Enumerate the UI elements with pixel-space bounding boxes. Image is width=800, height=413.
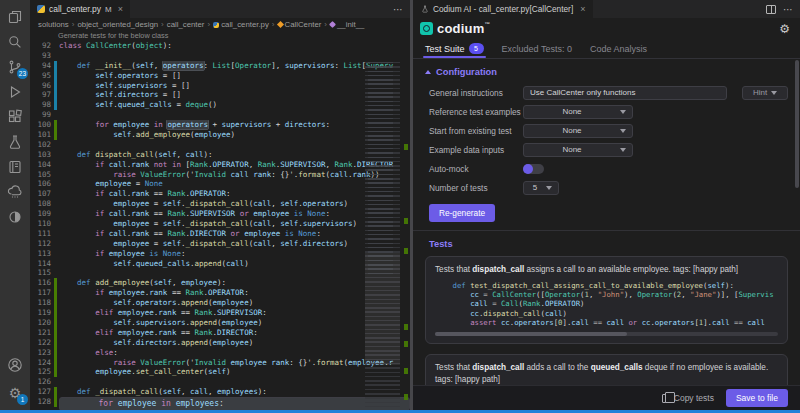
breadcrumb-item[interactable]: call_center.py — [213, 20, 269, 29]
code-line-123: 123 else: — [30, 348, 410, 358]
testing-icon — [7, 134, 23, 150]
gutter — [54, 249, 57, 259]
horizontal-scrollbar[interactable] — [435, 332, 778, 336]
code-line-124: 124 raise ValueError('Invalid employee r… — [30, 358, 410, 368]
code-text[interactable]: for employee in operators + supervisors … — [59, 120, 410, 130]
test-card[interactable]: Tests that dispatch_call adds a call to … — [425, 354, 788, 385]
code-text[interactable]: elif employee.rank == Rank.DIRECTOR: — [59, 328, 410, 338]
activity-bar-item-source-control[interactable]: 23 — [0, 54, 30, 80]
save-to-file-button[interactable]: Save to file — [726, 389, 788, 407]
split-editor-icon[interactable] — [766, 5, 776, 14]
code-text[interactable]: if call.rank == Rank.OPERATOR: — [59, 189, 410, 199]
breadcrumb-item[interactable]: solutions — [38, 20, 69, 29]
code-text[interactable]: if employee.rank == Rank.OPERATOR: — [59, 288, 410, 298]
activity-bar-item-testing[interactable] — [0, 129, 30, 155]
general-instructions-input[interactable] — [523, 86, 727, 100]
activity-bar-item-codium-ai[interactable] — [0, 204, 30, 230]
activity-bar-item-account[interactable] — [0, 352, 30, 378]
regenerate-button[interactable]: Re-generate — [429, 204, 495, 222]
code-text[interactable]: self.directors = [] — [59, 90, 410, 100]
overview-ruler[interactable] — [400, 62, 410, 408]
line-number: 95 — [30, 71, 51, 81]
code-text[interactable]: if employee is None: — [59, 249, 410, 259]
breadcrumb-item[interactable]: call_center — [167, 20, 205, 29]
code-text[interactable]: class CallCenter(object): — [59, 41, 410, 51]
close-icon[interactable]: × — [118, 4, 123, 14]
line-number: 92 — [30, 41, 51, 51]
code-text[interactable]: if call.rank == Rank.SUPERVISOR or emplo… — [59, 209, 410, 219]
panel-tab-test-suite[interactable]: Test Suite5 — [425, 39, 484, 58]
activity-bar-item-remote[interactable] — [0, 179, 30, 205]
activity-bar-item-explorer[interactable] — [0, 4, 30, 30]
copy-tests-button[interactable]: Copy tests — [662, 393, 714, 403]
code-text[interactable]: if call.rank not in [Rank.OPERATOR, Rank… — [59, 160, 410, 170]
code-text[interactable]: elif employee.rank == Rank.SUPERVISOR: — [59, 308, 410, 318]
activity-bar-item-settings[interactable]: ⚙1 — [0, 380, 30, 406]
code-text[interactable]: raise ValueError('Invalid call rank: {}'… — [59, 170, 410, 180]
tab-codium-ai[interactable]: Codium AI - call_center.py[CallCenter] × — [413, 0, 593, 18]
panel-scrollbar[interactable] — [795, 60, 799, 188]
tab-call-center-py[interactable]: call_center.py M × — [30, 0, 131, 18]
panel-tab-code-analysis[interactable]: Code Analysis — [590, 39, 647, 58]
panel-tab-excluded-tests-0[interactable]: Excluded Tests: 0 — [502, 39, 572, 58]
remote-icon — [7, 184, 23, 200]
activity-bar-item-extensions[interactable] — [0, 104, 30, 130]
panel-tab-bar: Codium AI - call_center.py[CallCenter] ×… — [413, 0, 800, 18]
code-text[interactable]: raise ValueError('Invalid employee rank:… — [59, 358, 410, 368]
config-select[interactable]: 5 — [523, 181, 559, 195]
code-text[interactable] — [59, 140, 410, 150]
code-text[interactable]: employee = None — [59, 179, 410, 189]
configuration-header[interactable]: Configuration — [425, 67, 790, 77]
gear-icon[interactable]: ⚙ — [779, 22, 790, 36]
config-select[interactable]: None — [523, 105, 633, 119]
code-line-128: 128 for employee in employees: — [30, 397, 410, 407]
code-text[interactable]: self.queued_calls = deque() — [59, 100, 410, 110]
chevron-down-icon — [620, 129, 626, 133]
code-text[interactable]: self.operators.append(employee) — [59, 298, 410, 308]
code-text[interactable]: employee = self._dispatch_call(call, sel… — [59, 199, 410, 209]
code-text[interactable] — [59, 51, 410, 61]
test-card[interactable]: Tests that dispatch_call assigns a call … — [425, 256, 788, 344]
line-number: 126 — [30, 377, 51, 387]
editor-more-actions-icon[interactable]: ⋯ — [393, 0, 404, 18]
activity-bar-item-run-debug[interactable] — [0, 79, 30, 105]
code-text[interactable] — [59, 268, 410, 278]
code-text[interactable]: else: — [59, 348, 410, 358]
code-text[interactable]: def dispatch_call(self, call): — [59, 150, 410, 160]
codelens-generate-tests[interactable]: Generate tests for the below class — [30, 31, 410, 41]
code-text[interactable]: self.queued_calls.append(call) — [59, 259, 410, 269]
code-text[interactable] — [59, 110, 410, 120]
code-text[interactable]: if call.rank == Rank.DIRECTOR or employe… — [59, 229, 410, 239]
minimap-slider[interactable] — [365, 253, 400, 365]
activity-bar-item-search[interactable] — [0, 29, 30, 55]
scrollbar-slider[interactable] — [435, 332, 627, 336]
editor-panel-sash[interactable] — [410, 0, 413, 410]
close-icon[interactable]: × — [580, 4, 585, 14]
auto-mock-toggle[interactable] — [523, 164, 544, 174]
code-text[interactable]: self.supervisors.append(employee) — [59, 318, 410, 328]
config-select[interactable]: None — [523, 143, 633, 157]
breadcrumb-item[interactable]: object_oriented_design — [77, 20, 158, 29]
code-text[interactable]: self.operators = [] — [59, 71, 410, 81]
code-text[interactable]: def __init__(self, operators: List[Opera… — [59, 61, 410, 71]
code-text[interactable] — [59, 377, 410, 387]
hint-button[interactable]: Hint — [742, 86, 788, 100]
code-text[interactable]: self.add_employee(employee) — [59, 130, 410, 140]
panel-more-actions-icon[interactable]: ⋯ — [783, 4, 794, 15]
minimap[interactable] — [365, 62, 400, 408]
activity-bar-item-notebook[interactable] — [0, 154, 30, 180]
codium-logo-text: codium™ — [437, 21, 490, 36]
config-label: Example data inputs — [423, 145, 523, 155]
code-text[interactable]: def _dispatch_call(self, call, employees… — [59, 387, 410, 397]
gutter — [54, 189, 57, 199]
breadcrumb-item[interactable]: __init__ — [330, 20, 364, 29]
code-text[interactable]: employee = self._dispatch_call(call, sel… — [59, 219, 410, 229]
config-select[interactable]: None — [523, 124, 633, 138]
code-text[interactable]: self.directors.append(employee) — [59, 338, 410, 348]
code-text[interactable]: for employee in employees: — [59, 397, 410, 410]
code-text[interactable]: def add_employee(self, employee): — [59, 278, 410, 288]
breadcrumb-item[interactable]: CallCenter — [278, 20, 322, 29]
code-text[interactable]: self.supervisors = [] — [59, 81, 410, 91]
code-text[interactable]: employee = self._dispatch_call(call, sel… — [59, 239, 410, 249]
code-text[interactable]: employee.set_call_center(self) — [59, 367, 410, 377]
